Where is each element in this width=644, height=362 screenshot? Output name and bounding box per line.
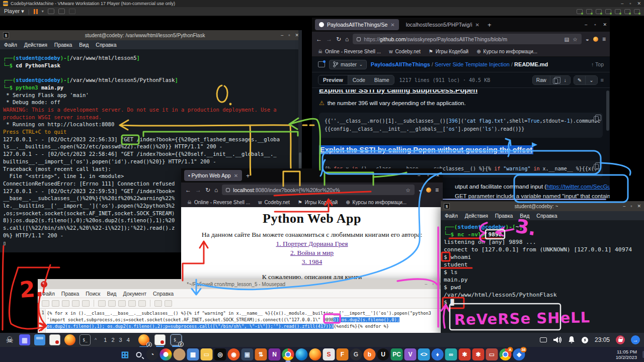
- bookmark-item[interactable]: ⊕ Курсы по информаци...: [346, 200, 407, 205]
- mousepad-maximize-button[interactable]: ▫: [432, 282, 434, 287]
- terminal-menu-item[interactable]: Правка: [54, 42, 72, 48]
- code-block-subprocess[interactable]: {{''.__class__.mro()[1].__subclasses__()…: [319, 113, 603, 138]
- paste-icon[interactable]: [138, 300, 146, 307]
- terminal2-titlebar[interactable]: $ student@codeby: ~ – ▫ ✕: [441, 201, 644, 211]
- mousepad-menu-item[interactable]: Правка: [61, 291, 79, 297]
- host-taskbar-app[interactable]: [282, 348, 294, 360]
- github-urlbar[interactable]: https://github.com/swisskyrepo/PayloadsA…: [353, 34, 581, 44]
- terminal2-minimize-button[interactable]: –: [623, 204, 625, 209]
- edit-pencil-icon[interactable]: ✎: [574, 76, 586, 84]
- launcher-caret-icon[interactable]: ^: [95, 337, 97, 342]
- host-taskbar-app[interactable]: ✱: [459, 348, 471, 360]
- vm-device-icon[interactable]: [634, 9, 640, 14]
- copy-code-icon[interactable]: [594, 116, 599, 122]
- vm-taskbar-launcher[interactable]: [34, 334, 45, 345]
- host-taskbar-app[interactable]: N: [269, 348, 281, 360]
- outline-icon[interactable]: ≡: [601, 77, 604, 83]
- host-taskbar-app[interactable]: A: [500, 348, 512, 360]
- tab-blame[interactable]: Blame: [370, 75, 394, 84]
- host-taskbar-app[interactable]: [309, 348, 321, 360]
- host-taskbar-app[interactable]: [133, 348, 145, 360]
- host-taskbar-app[interactable]: ⇅: [255, 348, 267, 360]
- terminal1-maximize-button[interactable]: ▫: [288, 33, 290, 38]
- bookmark-item[interactable]: ⊕ Курсы по информаци...: [476, 49, 537, 54]
- vm-taskbar-launcher[interactable]: ▦: [19, 334, 30, 345]
- send-ctrl-alt-del-icon[interactable]: [48, 9, 54, 14]
- mousepad-menu-item[interactable]: Вид: [107, 291, 116, 297]
- tab-close-icon[interactable]: ✕: [234, 173, 238, 178]
- vm-taskbar-launcher[interactable]: [49, 334, 60, 345]
- window-minimize-button[interactable]: –: [418, 173, 420, 178]
- copy-icon[interactable]: [128, 300, 136, 307]
- tab-phptwig[interactable]: localhost/lesson5/PHPTwig/i✕: [402, 19, 484, 30]
- vm-taskbar-window-button[interactable]: 2: [138, 334, 149, 345]
- search-icon[interactable]: [154, 300, 162, 307]
- bookmark-item[interactable]: ⚑ Игры Кодебай: [298, 200, 338, 205]
- vm-taskbar-launcher[interactable]: ☠: [4, 334, 15, 345]
- bookmark-item[interactable]: ☠ Online - Reverse Shell ...: [318, 49, 381, 54]
- scroll-to-top-link[interactable]: ↑ Top: [591, 61, 604, 67]
- terminal2-maximize-button[interactable]: ▫: [630, 204, 632, 209]
- window-close-button[interactable]: ✕: [436, 173, 440, 178]
- cut-icon[interactable]: [118, 300, 126, 307]
- book-link-2[interactable]: 2. Война и мир: [181, 249, 443, 257]
- terminal1-titlebar[interactable]: $ student@codeby: /var/www/html/lesson5/…: [0, 30, 302, 40]
- terminal-menu-item[interactable]: Файл: [445, 213, 458, 219]
- app-menu-icon[interactable]: ≡: [602, 36, 606, 43]
- save-file-icon[interactable]: [62, 300, 69, 307]
- vm-device-icon[interactable]: [596, 9, 602, 14]
- host-taskbar-app[interactable]: ▣: [242, 348, 254, 360]
- bookmark-item[interactable]: w Codeby.net: [389, 49, 421, 54]
- forward-icon[interactable]: →: [326, 36, 332, 43]
- readme-heading-subprocess[interactable]: Exploit the SSTI by calling subprocess.P…: [319, 89, 603, 94]
- vmware-minimize-button[interactable]: –: [621, 0, 623, 7]
- bookmark-item[interactable]: w Codeby.net: [258, 200, 290, 205]
- host-taskbar-app[interactable]: ⊞: [119, 348, 131, 360]
- terminal-menu-item[interactable]: Вид: [79, 42, 89, 48]
- host-taskbar-app[interactable]: <>: [418, 348, 430, 360]
- vm-taskbar-launcher[interactable]: $_: [79, 334, 91, 345]
- terminal1-minimize-button[interactable]: –: [281, 33, 283, 38]
- window-close-button[interactable]: ✕: [603, 22, 607, 27]
- host-taskbar-app[interactable]: ✱: [472, 348, 485, 360]
- vm-clock[interactable]: 23:05: [595, 336, 610, 343]
- reload-icon[interactable]: ↻: [336, 36, 341, 43]
- vm-device-icon[interactable]: [624, 9, 630, 14]
- terminal2-close-button[interactable]: ✕: [637, 204, 641, 209]
- host-taskbar-app[interactable]: ◉: [228, 348, 240, 360]
- workspace-switcher[interactable]: 1 2 3 4: [104, 337, 131, 343]
- vm-device-icon[interactable]: [615, 9, 621, 14]
- home-icon[interactable]: ⌂: [345, 36, 349, 43]
- raw-button[interactable]: Raw: [533, 76, 550, 84]
- terminal-menu-item[interactable]: Справка: [536, 213, 557, 219]
- window-minimize-button[interactable]: –: [585, 22, 587, 27]
- close-doc-icon[interactable]: [82, 300, 90, 307]
- vm-taskbar-launcher[interactable]: [64, 334, 75, 345]
- volume-icon[interactable]: [553, 336, 562, 344]
- terminal-menu-item[interactable]: Вид: [520, 213, 529, 219]
- new-file-icon[interactable]: [42, 300, 49, 307]
- screen-lock-icon[interactable]: [616, 335, 625, 344]
- tab-close-icon[interactable]: ✕: [390, 22, 394, 28]
- mousepad-editor[interactable]: 1 {% for x in ().__class__.__base__.__su…: [38, 309, 446, 333]
- window-maximize-button[interactable]: ▫: [594, 22, 596, 27]
- readme-heading-popen[interactable]: Exploit the SSTI by calling Popen withou…: [319, 145, 533, 154]
- tab-code[interactable]: Code: [348, 75, 370, 84]
- host-taskbar-app[interactable]: F: [337, 348, 349, 360]
- host-taskbar-app[interactable]: ◆ 38: [513, 348, 525, 360]
- vm-device-icon[interactable]: [586, 9, 592, 14]
- terminal-menu-item[interactable]: Действия: [24, 42, 47, 48]
- terminal-menu-item[interactable]: Правка: [495, 213, 513, 219]
- twitter-link[interactable]: https://twitter.com/SecGus: [546, 184, 610, 190]
- new-tab-button[interactable]: +: [488, 21, 492, 29]
- window-maximize-button[interactable]: ▫: [427, 173, 429, 178]
- terminal-menu-item[interactable]: Файл: [4, 42, 17, 48]
- host-taskbar-app[interactable]: [174, 348, 186, 360]
- vm-device-icon[interactable]: [577, 9, 583, 14]
- host-taskbar-app[interactable]: ◎: [214, 348, 226, 360]
- terminal-menu-item[interactable]: Действия: [465, 213, 488, 219]
- vmware-maximize-button[interactable]: ▫: [629, 0, 631, 7]
- host-taskbar-app[interactable]: ∞: [445, 348, 457, 360]
- vm-pause-icon[interactable]: [34, 9, 38, 14]
- vmware-player-menu[interactable]: Player ▾: [4, 8, 24, 15]
